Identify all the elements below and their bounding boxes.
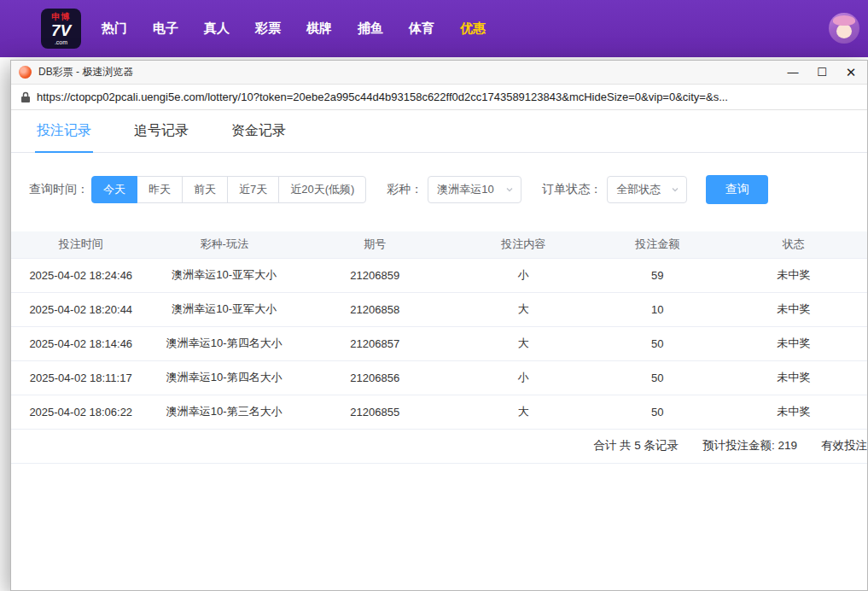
cell-amount: 10 <box>595 292 719 326</box>
nav-item-sports[interactable]: 体育 <box>409 20 434 37</box>
lottery-select-value: 澳洲幸运10 <box>437 182 493 197</box>
order-status-select[interactable]: 全部状态 <box>607 176 687 203</box>
time-option-7days[interactable]: 近7天 <box>227 176 279 203</box>
col-header-status: 状态 <box>719 231 867 258</box>
cell-issue: 21206856 <box>298 360 452 395</box>
status-filter-label: 订单状态： <box>542 182 602 197</box>
cell-content: 小 <box>452 258 596 292</box>
cell-issue: 21206855 <box>298 395 452 429</box>
main-nav: 热门 电子 真人 彩票 棋牌 捕鱼 体育 优惠 <box>102 20 486 37</box>
cell-bet-time: 2025-04-02 18:24:46 <box>11 258 150 292</box>
window-titlebar: DB彩票 - 极速浏览器 — ☐ ✕ <box>11 61 867 85</box>
cell-issue: 21206858 <box>298 292 452 326</box>
col-header-content: 投注内容 <box>452 231 596 258</box>
cell-amount: 59 <box>595 258 719 292</box>
site-logo[interactable]: 申博 7V .com <box>41 9 81 49</box>
cell-lottery-play: 澳洲幸运10-第三名大小 <box>150 395 298 429</box>
order-status-value: 全部状态 <box>616 182 661 197</box>
nav-item-lottery[interactable]: 彩票 <box>255 20 281 37</box>
tab-chase-records[interactable]: 追号记录 <box>132 122 190 152</box>
minimize-button[interactable]: — <box>778 61 807 85</box>
summary-expected-amount: 预计投注金额: 219 <box>702 438 797 453</box>
page: 申博 7V .com 热门 电子 真人 彩票 棋牌 捕鱼 体育 优惠 DB彩票 … <box>0 0 868 591</box>
time-option-day-before[interactable]: 前天 <box>182 176 228 203</box>
cell-bet-time: 2025-04-02 18:06:22 <box>11 395 150 429</box>
summary-total-records: 合计 共 5 条记录 <box>593 438 679 453</box>
tab-fund-records[interactable]: 资金记录 <box>230 122 288 152</box>
cell-status: 未中奖 <box>719 395 867 429</box>
time-option-20days[interactable]: 近20天(低频) <box>278 176 366 203</box>
col-header-amount: 投注金额 <box>595 231 719 258</box>
cell-amount: 50 <box>595 360 719 395</box>
record-tabs: 投注记录 追号记录 资金记录 <box>11 110 867 153</box>
filter-bar: 查询时间： 今天 昨天 前天 近7天 近20天(低频) 彩种： 澳洲幸运10 订… <box>29 175 867 204</box>
window-controls: — ☐ ✕ <box>778 61 865 85</box>
cell-lottery-play: 澳洲幸运10-第四名大小 <box>150 326 298 360</box>
logo-top-text: 申博 <box>52 13 71 21</box>
table-row: 2025-04-02 18:11:17 澳洲幸运10-第四名大小 2120685… <box>11 360 867 395</box>
cell-status: 未中奖 <box>719 360 867 395</box>
cell-lottery-play: 澳洲幸运10-亚军大小 <box>150 292 298 326</box>
summary-valid-bet: 有效投注 <box>821 438 867 453</box>
col-header-lottery-play: 彩种-玩法 <box>150 231 298 258</box>
window-title: DB彩票 - 极速浏览器 <box>38 65 778 79</box>
nav-item-chess[interactable]: 棋牌 <box>306 20 332 37</box>
cell-issue: 21206857 <box>298 326 452 360</box>
chevron-down-icon <box>505 185 514 194</box>
cell-content: 小 <box>452 360 596 395</box>
lock-icon <box>20 91 31 103</box>
table-row: 2025-04-02 18:20:44 澳洲幸运10-亚军大小 21206858… <box>11 292 867 326</box>
nav-item-live[interactable]: 真人 <box>204 20 230 37</box>
search-button[interactable]: 查询 <box>706 175 768 204</box>
table-row: 2025-04-02 18:14:46 澳洲幸运10-第四名大小 2120685… <box>11 326 867 360</box>
cell-amount: 50 <box>595 395 719 429</box>
cell-status: 未中奖 <box>719 292 867 326</box>
cell-lottery-play: 澳洲幸运10-第四名大小 <box>150 360 298 395</box>
tab-bet-records[interactable]: 投注记录 <box>35 122 93 153</box>
nav-item-promo[interactable]: 优惠 <box>460 20 486 37</box>
logo-sub-text: .com <box>55 39 67 45</box>
time-filter-group: 今天 昨天 前天 近7天 近20天(低频) <box>91 176 366 203</box>
logo-main-text: 7V <box>51 22 71 38</box>
time-filter-label: 查询时间： <box>29 182 89 197</box>
chevron-down-icon <box>671 185 679 194</box>
cell-issue: 21206859 <box>298 258 452 292</box>
bet-records-table: 投注时间 彩种-玩法 期号 投注内容 投注金额 状态 2025-04-02 18… <box>11 231 867 464</box>
table-row: 2025-04-02 18:06:22 澳洲幸运10-第三名大小 2120685… <box>11 395 867 429</box>
time-option-today[interactable]: 今天 <box>91 176 137 203</box>
cell-lottery-play: 澳洲幸运10-亚军大小 <box>150 258 298 292</box>
time-option-yesterday[interactable]: 昨天 <box>137 176 183 203</box>
site-favicon-icon <box>19 66 32 79</box>
site-header: 申博 7V .com 热门 电子 真人 彩票 棋牌 捕鱼 体育 优惠 <box>0 0 868 57</box>
lottery-select[interactable]: 澳洲幸运10 <box>428 176 521 203</box>
cell-content: 大 <box>452 292 596 326</box>
cell-status: 未中奖 <box>719 258 867 292</box>
col-header-issue: 期号 <box>298 231 452 258</box>
close-button[interactable]: ✕ <box>836 61 865 85</box>
maximize-button[interactable]: ☐ <box>807 61 836 85</box>
url-bar[interactable]: https://ctopcp02pcali.uengi5e.com/lotter… <box>11 85 867 110</box>
nav-item-fishing[interactable]: 捕鱼 <box>358 20 383 37</box>
cell-content: 大 <box>452 326 596 360</box>
cell-status: 未中奖 <box>719 326 867 360</box>
url-text: https://ctopcp02pcali.uengi5e.com/lotter… <box>37 91 728 103</box>
cell-bet-time: 2025-04-02 18:20:44 <box>11 292 150 326</box>
cell-bet-time: 2025-04-02 18:14:46 <box>11 326 150 360</box>
table-header-row: 投注时间 彩种-玩法 期号 投注内容 投注金额 状态 <box>11 231 867 258</box>
browser-window: DB彩票 - 极速浏览器 — ☐ ✕ https://ctopcp02pcali… <box>10 60 868 591</box>
col-header-bet-time: 投注时间 <box>11 231 150 258</box>
table-summary: 合计 共 5 条记录 预计投注金额: 219 有效投注 <box>11 430 867 464</box>
cell-bet-time: 2025-04-02 18:11:17 <box>11 360 150 395</box>
table-row: 2025-04-02 18:24:46 澳洲幸运10-亚军大小 21206859… <box>11 258 867 292</box>
cell-content: 大 <box>452 395 596 429</box>
nav-item-hot[interactable]: 热门 <box>102 20 127 37</box>
nav-item-electronic[interactable]: 电子 <box>153 20 178 37</box>
user-avatar[interactable] <box>829 13 859 44</box>
cell-amount: 50 <box>595 326 719 360</box>
lottery-filter-label: 彩种： <box>387 182 422 197</box>
